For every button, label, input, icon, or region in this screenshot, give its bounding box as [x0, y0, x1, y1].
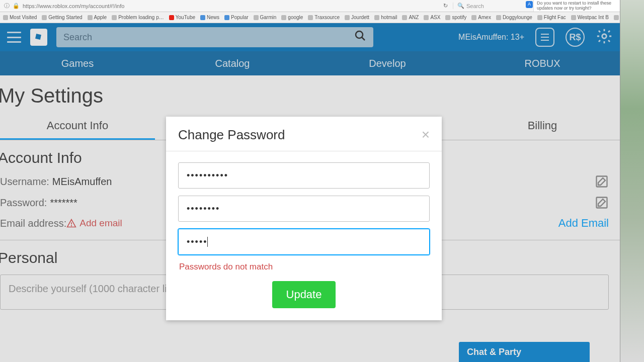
password-label: Password: — [0, 197, 47, 209]
bookmark-item[interactable]: Most Visited — [3, 15, 37, 20]
current-password-input[interactable] — [178, 162, 430, 189]
tab-billing[interactable]: Billing — [465, 113, 620, 140]
primary-nav: Games Catalog Develop ROBUX — [0, 51, 620, 75]
email-label: Email address: — [0, 218, 66, 229]
menu-icon[interactable] — [7, 32, 21, 43]
appstore-icon: A — [526, 1, 533, 8]
browser-search[interactable]: 🔍 Search — [453, 3, 533, 9]
tab-account-info[interactable]: Account Info — [0, 113, 155, 140]
add-email-text[interactable]: Add email — [79, 218, 122, 229]
svg-point-0 — [356, 31, 363, 38]
nav-develop[interactable]: Develop — [310, 51, 465, 75]
new-password-input[interactable] — [178, 196, 430, 222]
url-text[interactable]: https://www.roblox.com/my/account#!/info — [23, 3, 124, 9]
confirm-password-input[interactable]: ••••• — [178, 229, 430, 255]
site-search[interactable]: Search — [56, 27, 373, 47]
bookmark-item[interactable]: Problem loading p… — [112, 15, 164, 20]
reload-icon[interactable]: ↻ — [438, 3, 453, 9]
bookmark-item[interactable]: Doggylounge — [496, 15, 532, 20]
edit-password-icon[interactable] — [595, 196, 609, 210]
update-button[interactable]: Update — [272, 281, 336, 308]
email-warning: Add email — [66, 218, 122, 229]
svg-line-1 — [362, 37, 365, 40]
nav-robux[interactable]: ROBUX — [465, 51, 620, 75]
change-password-modal: Change Password × ••••• Passwords do not… — [166, 117, 442, 320]
lock-icon: 🔒 — [13, 3, 20, 9]
bookmark-item[interactable]: Traxsource — [308, 15, 340, 20]
nav-games[interactable]: Games — [0, 51, 155, 75]
bookmark-item[interactable]: ANZ — [402, 15, 419, 20]
password-error: Passwords do not match — [179, 262, 430, 272]
bookmark-item[interactable]: Westpac Int B — [571, 15, 609, 20]
page-title: My Settings — [0, 84, 620, 113]
bookmark-item[interactable]: Apple — [88, 15, 107, 20]
bookmark-item[interactable]: Amex — [471, 15, 491, 20]
bookmark-item[interactable]: News — [200, 15, 219, 20]
username-value: MEisAmuffen — [52, 176, 112, 188]
confirm-password-value: ••••• — [187, 237, 208, 247]
username-label: Username: — [0, 176, 49, 188]
svg-point-9 — [71, 226, 72, 226]
notifications-icon[interactable] — [535, 28, 554, 47]
bookmark-item[interactable]: google — [281, 15, 303, 20]
chat-label: Chat & Party — [467, 347, 521, 357]
browser-search-placeholder: Search — [466, 3, 484, 9]
bookmark-item[interactable]: Garmin — [254, 15, 277, 20]
chat-party-bar[interactable]: Chat & Party — [459, 342, 590, 362]
bookmark-item[interactable]: Popular — [224, 15, 248, 20]
search-icon: 🔍 — [457, 3, 464, 9]
bookmark-item[interactable]: YouTube — [169, 15, 195, 20]
bookmark-item[interactable]: Flight Fac — [537, 15, 566, 20]
bookmark-item[interactable]: spotify — [445, 15, 466, 20]
robux-icon[interactable]: R$ — [566, 28, 585, 47]
desktop-edge — [620, 0, 644, 362]
modal-title: Change Password — [178, 127, 285, 143]
bookmarks-bar: Most Visited Getting Started Apple Probl… — [0, 12, 644, 23]
close-icon[interactable]: × — [422, 127, 430, 143]
roblox-logo[interactable] — [30, 29, 47, 46]
warning-icon — [66, 218, 76, 228]
bookmark-item[interactable]: hotmail — [374, 15, 397, 20]
bookmark-item[interactable]: Getting Started — [42, 15, 82, 20]
add-email-link[interactable]: Add Email — [558, 217, 609, 230]
settings-icon[interactable] — [596, 28, 613, 47]
browser-address-bar: ⓘ 🔒 https://www.roblox.com/my/account#!/… — [0, 0, 644, 12]
describe-placeholder: Describe yourself (1000 character li — [9, 283, 167, 294]
nav-catalog[interactable]: Catalog — [155, 51, 310, 75]
password-value: ******* — [50, 197, 77, 209]
bookmark-item[interactable]: Jourdett — [345, 15, 369, 20]
edit-username-icon[interactable] — [595, 174, 609, 189]
search-placeholder: Search — [63, 32, 92, 43]
update-notification[interactable]: A Do you want to restart to install thes… — [533, 0, 624, 12]
site-header: Search MEisAmuffen: 13+ R$ — [0, 23, 620, 51]
info-icon[interactable]: ⓘ — [4, 2, 10, 10]
bookmark-item[interactable]: ASX — [424, 15, 440, 20]
search-icon[interactable] — [354, 30, 366, 45]
username-age[interactable]: MEisAmuffen: 13+ — [458, 33, 524, 42]
svg-point-5 — [602, 34, 607, 39]
